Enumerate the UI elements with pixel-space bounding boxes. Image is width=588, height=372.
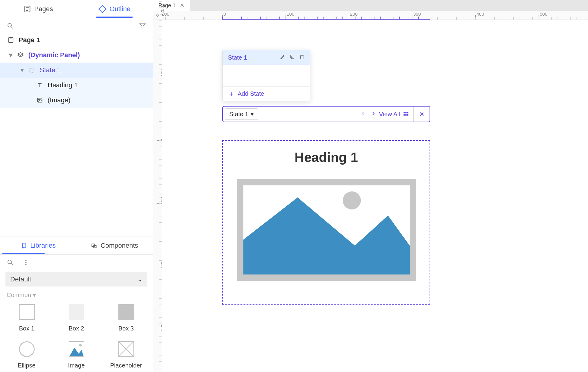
add-state-button[interactable]: ＋ Add State <box>223 86 310 101</box>
bookmark-icon <box>21 242 27 249</box>
svg-point-19 <box>8 260 11 264</box>
outline-icon <box>99 5 106 13</box>
widget-placeholder[interactable]: Placeholder <box>101 340 151 369</box>
outline-dynamic-panel-row[interactable]: ▾ (Dynamic Panel) <box>0 48 153 63</box>
widget-image[interactable]: Image <box>52 340 101 369</box>
libraries-tab[interactable]: Libraries <box>0 237 77 254</box>
svg-point-22 <box>25 262 27 263</box>
box3-thumb <box>117 303 135 321</box>
caret-down-icon: ▾ <box>251 110 254 118</box>
library-search-button[interactable] <box>5 258 15 267</box>
text-icon <box>36 82 44 88</box>
libraries-tab-label: Libraries <box>30 242 56 250</box>
state-toolbar: State 1 ▾ View All <box>222 106 430 122</box>
widget-label: Box 1 <box>19 325 34 332</box>
outline-dp-label: (Dynamic Panel) <box>28 51 80 59</box>
svg-point-35 <box>343 191 361 209</box>
copy-icon <box>289 54 295 60</box>
state-popover-item-label: State 1 <box>228 54 247 61</box>
state-dropdown-label: State 1 <box>229 111 248 118</box>
svg-rect-37 <box>404 112 405 113</box>
canvas-heading[interactable]: Heading 1 <box>223 150 430 165</box>
plus-icon: ＋ <box>228 89 235 98</box>
pages-icon <box>23 5 31 13</box>
pages-tab[interactable]: Pages <box>0 0 77 18</box>
library-select[interactable]: Default ⌄ <box>5 272 147 287</box>
view-all-states-button[interactable]: View All <box>379 111 413 118</box>
dynamic-panel-selection[interactable]: Heading 1 <box>222 140 430 305</box>
horizontal-ruler[interactable]: -1000100200300400500 <box>162 11 588 20</box>
outline-state-label: State 1 <box>40 66 61 74</box>
state-popover-blank <box>223 65 310 86</box>
svg-rect-45 <box>291 56 294 59</box>
widget-label: Box 2 <box>69 325 84 332</box>
canvas-image-placeholder[interactable] <box>237 179 416 281</box>
outline-image-row[interactable]: (Image) <box>0 93 153 108</box>
layers-icon <box>16 52 25 58</box>
svg-line-20 <box>11 263 13 265</box>
svg-point-21 <box>25 260 27 261</box>
widget-box3[interactable]: Box 3 <box>101 303 151 332</box>
canvas[interactable]: Heading 1 State 1 ▾ <box>162 20 588 372</box>
svg-rect-40 <box>404 114 405 116</box>
rename-state-button[interactable] <box>280 54 285 61</box>
caret-down-icon: ▾ <box>33 291 36 299</box>
filter-icon <box>139 22 146 29</box>
components-tab-label: Components <box>101 242 138 250</box>
svg-rect-4 <box>99 5 106 13</box>
chevron-down-icon: ▾ <box>9 51 15 59</box>
close-icon[interactable]: ✕ <box>180 2 184 9</box>
library-more-button[interactable] <box>21 258 31 267</box>
close-state-bar-button[interactable] <box>413 107 430 122</box>
add-state-label: Add State <box>238 90 264 97</box>
prev-state-button[interactable] <box>360 111 366 117</box>
widget-box2[interactable]: Box 2 <box>52 303 101 332</box>
state-popover-item[interactable]: State 1 <box>223 50 310 65</box>
vertical-ruler[interactable]: -200-1000100200300 <box>153 20 162 372</box>
view-all-label: View All <box>379 111 400 118</box>
outline-tab-label: Outline <box>109 5 130 13</box>
box1-thumb <box>18 303 36 321</box>
svg-rect-39 <box>407 112 408 113</box>
svg-rect-41 <box>405 114 407 116</box>
library-category[interactable]: Common ▾ <box>0 288 153 300</box>
outline-image-label: (Image) <box>48 96 70 104</box>
close-icon <box>419 111 424 117</box>
svg-marker-7 <box>140 24 145 28</box>
page-icon <box>7 37 15 43</box>
search-icon <box>7 259 14 266</box>
next-state-button[interactable] <box>371 111 376 117</box>
image-thumb <box>68 340 85 358</box>
outline-tab[interactable]: Outline <box>77 0 153 18</box>
state-popover: State 1 ＋ Add State <box>222 50 310 101</box>
components-tab[interactable]: Components <box>77 237 153 254</box>
placeholder-thumb <box>117 340 135 358</box>
outline-page-label: Page 1 <box>19 36 40 44</box>
svg-marker-36 <box>243 197 410 274</box>
svg-point-23 <box>25 264 27 265</box>
outline-filter-button[interactable] <box>138 21 147 31</box>
outline-search-button[interactable] <box>5 21 15 31</box>
document-tab[interactable]: Page 1 ✕ <box>153 0 190 11</box>
svg-rect-47 <box>301 56 303 59</box>
outline-page-row[interactable]: Page 1 <box>0 33 153 48</box>
document-tabs: Page 1 ✕ <box>153 0 588 11</box>
chevron-down-icon: ▾ <box>20 66 27 74</box>
svg-rect-46 <box>290 55 293 58</box>
grid-icon <box>403 111 409 117</box>
delete-state-button[interactable] <box>299 54 305 61</box>
svg-rect-42 <box>407 114 408 116</box>
outline-state-row[interactable]: ▾ State 1 <box>0 63 153 78</box>
pencil-icon <box>280 54 285 60</box>
state-dropdown[interactable]: State 1 ▾ <box>225 108 258 120</box>
svg-point-16 <box>39 99 39 100</box>
components-icon <box>91 242 98 249</box>
outline-heading-row[interactable]: Heading 1 <box>0 78 153 93</box>
widget-box1[interactable]: Box 1 <box>2 303 52 332</box>
svg-point-5 <box>8 23 11 27</box>
duplicate-state-button[interactable] <box>289 54 295 61</box>
state-icon <box>28 67 36 73</box>
ellipse-thumb <box>18 340 36 358</box>
svg-line-6 <box>11 27 13 28</box>
widget-ellipse[interactable]: Ellipse <box>2 340 52 369</box>
